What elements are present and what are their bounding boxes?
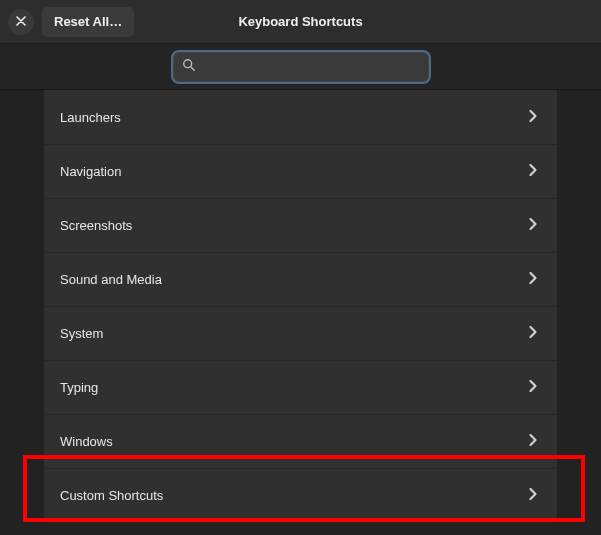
svg-line-1 (190, 67, 193, 70)
search-input[interactable] (202, 59, 420, 74)
category-row[interactable]: Custom Shortcuts (44, 468, 557, 523)
category-label: Custom Shortcuts (60, 488, 163, 503)
category-label: Navigation (60, 164, 121, 179)
chevron-right-icon (525, 162, 541, 181)
reset-all-button[interactable]: Reset All… (42, 7, 134, 37)
category-label: Screenshots (60, 218, 132, 233)
category-row[interactable]: Sound and Media (44, 252, 557, 307)
chevron-right-icon (525, 432, 541, 451)
close-button[interactable] (8, 9, 34, 35)
chevron-right-icon (525, 324, 541, 343)
titlebar: Reset All… Keyboard Shortcuts (0, 0, 601, 44)
search-icon (182, 58, 196, 75)
chevron-right-icon (525, 270, 541, 289)
category-row[interactable]: Launchers (44, 90, 557, 145)
category-label: Windows (60, 434, 113, 449)
close-icon (16, 14, 26, 29)
category-label: Sound and Media (60, 272, 162, 287)
chevron-right-icon (525, 378, 541, 397)
search-field[interactable] (173, 52, 429, 82)
category-row[interactable]: Windows (44, 414, 557, 469)
category-label: Launchers (60, 110, 121, 125)
reset-all-label: Reset All… (54, 14, 122, 29)
categories-list: LaunchersNavigationScreenshotsSound and … (0, 90, 601, 523)
category-label: Typing (60, 380, 98, 395)
category-row[interactable]: Navigation (44, 144, 557, 199)
category-row[interactable]: System (44, 306, 557, 361)
category-row[interactable]: Screenshots (44, 198, 557, 253)
chevron-right-icon (525, 216, 541, 235)
search-bar (0, 44, 601, 90)
category-label: System (60, 326, 103, 341)
chevron-right-icon (525, 486, 541, 505)
chevron-right-icon (525, 108, 541, 127)
category-row[interactable]: Typing (44, 360, 557, 415)
